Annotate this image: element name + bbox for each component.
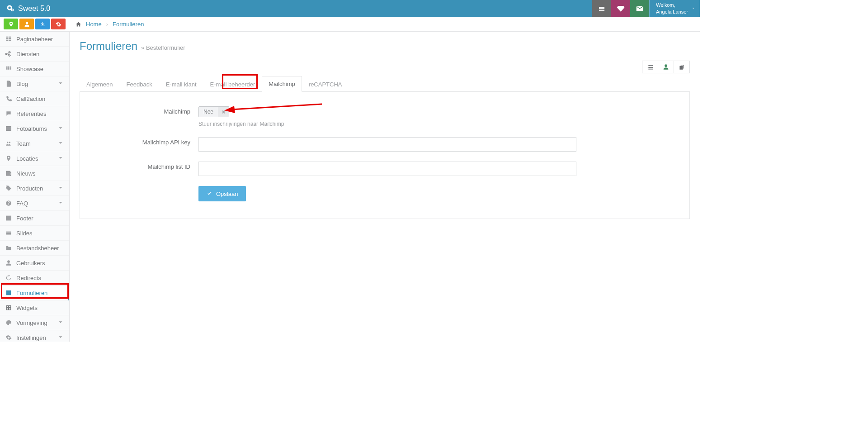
svg-rect-6 <box>6 216 11 220</box>
sidebar-item-label: Blog <box>16 81 28 87</box>
person-icon <box>5 260 12 266</box>
chevron-down-icon <box>57 334 64 342</box>
toggle-help: Stuur inschrijvingen naar Mailchimp <box>198 121 576 127</box>
sidebar-item-slides[interactable]: Slides <box>0 226 69 241</box>
mailchimp-toggle[interactable]: Nee <box>198 106 229 117</box>
save-button[interactable]: Opslaan <box>198 186 246 201</box>
image-icon <box>5 125 12 132</box>
chevron-down-icon <box>57 319 64 327</box>
chevron-down-icon <box>57 80 64 88</box>
svg-point-2 <box>9 52 11 53</box>
mail-icon <box>636 5 643 12</box>
sidebar-item-label: Producten <box>16 185 43 192</box>
quick-pill-user[interactable] <box>19 19 34 29</box>
svg-point-3 <box>9 55 11 56</box>
apikey-label: Mailchimp API key <box>94 137 198 146</box>
tab-panel: Mailchimp Nee Stuur inschrijvingen naar … <box>80 92 690 219</box>
sidebar-item-producten[interactable]: Producten <box>0 181 69 196</box>
quick-pill-download[interactable] <box>35 19 50 29</box>
svg-rect-4 <box>6 126 11 130</box>
tab-feedback[interactable]: Feedback <box>120 76 159 92</box>
toggle-off-icon <box>218 107 229 117</box>
tab-recaptcha[interactable]: reCAPTCHA <box>302 76 349 92</box>
sidebar-item-instellingen[interactable]: Instellingen <box>0 330 69 342</box>
top-button-2[interactable] <box>611 0 630 17</box>
chevron-down-icon <box>57 200 64 207</box>
view-user-button[interactable] <box>658 61 674 73</box>
sidebar-item-locaties[interactable]: Locaties <box>0 151 69 166</box>
sidebar-item-nieuws[interactable]: Nieuws <box>0 166 69 181</box>
sidebar-item-label: Fotoalbums <box>16 125 47 132</box>
sidebar-item-faq[interactable]: FAQ <box>0 196 69 211</box>
sidebar-item-label: Gebruikers <box>16 260 45 267</box>
breadcrumb-current[interactable]: Formulieren <box>113 21 144 28</box>
sidebar-item-referenties[interactable]: Referenties <box>0 106 69 121</box>
people-icon <box>5 140 12 147</box>
map-marker-icon <box>8 21 14 27</box>
tab-e-mail-klant[interactable]: E-mail klant <box>159 76 203 92</box>
page-title: Formulieren » Bestelformulier <box>80 40 690 52</box>
sidebar-item-label: Redirects <box>16 275 41 281</box>
cogs-icon <box>56 21 61 27</box>
sidebar-item-formulieren[interactable]: Formulieren <box>0 286 69 300</box>
sidebar-item-redirects[interactable]: Redirects <box>0 271 69 286</box>
tab-algemeen[interactable]: Algemeen <box>80 76 120 92</box>
svg-rect-5 <box>6 171 10 175</box>
phone-icon <box>5 95 12 102</box>
sidebar-item-diensten[interactable]: Diensten <box>0 47 69 62</box>
welcome-label: Welkom, <box>656 2 688 8</box>
sidebar-item-widgets[interactable]: Widgets <box>0 300 69 315</box>
view-copy-button[interactable] <box>674 61 690 73</box>
list-icon <box>647 64 654 71</box>
sidebar-item-label: Paginabeheer <box>16 36 53 43</box>
sidebar-item-showcase[interactable]: Showcase <box>0 62 69 76</box>
cog-icon <box>5 334 12 341</box>
toggle-label: Mailchimp <box>94 106 198 115</box>
news-icon <box>5 170 12 176</box>
copy-icon <box>679 64 685 70</box>
top-button-1[interactable] <box>592 0 611 17</box>
quick-pill-settings[interactable] <box>51 19 66 29</box>
sidebar-item-call2action[interactable]: Call2action <box>0 91 69 106</box>
listid-input[interactable] <box>198 162 576 176</box>
sidebar-item-bestandsbeheer[interactable]: Bestandsbeheer <box>0 241 69 256</box>
folder-icon <box>5 245 12 251</box>
sidebar-item-label: Widgets <box>16 305 38 311</box>
topbar: Sweet 5.0 Welkom, Angela Lanser <box>0 0 700 17</box>
field-toggle: Mailchimp Nee Stuur inschrijvingen naar … <box>94 106 675 127</box>
user-menu[interactable]: Welkom, Angela Lanser <box>649 0 700 17</box>
apikey-input[interactable] <box>198 137 576 152</box>
tabs: AlgemeenFeedbackE-mail klantE-mail behee… <box>80 76 690 92</box>
sidebar-item-blog[interactable]: Blog <box>0 76 69 91</box>
sidebar-item-label: Vormgeving <box>16 319 47 326</box>
sidebar-item-team[interactable]: Team <box>0 136 69 151</box>
sidebar-item-footer[interactable]: Footer <box>0 211 69 226</box>
widget-icon <box>5 305 12 311</box>
sidebar-item-fotoalbums[interactable]: Fotoalbums <box>0 121 69 136</box>
diamond-icon <box>617 5 625 13</box>
sidebar-item-label: Instellingen <box>16 334 46 341</box>
breadcrumb-home[interactable]: Home <box>86 21 102 28</box>
sidebar: PaginabeheerDienstenShowcaseBlogCall2act… <box>0 32 70 342</box>
redirect-icon <box>5 275 12 281</box>
svg-point-1 <box>6 53 8 55</box>
tab-e-mail-beheerder[interactable]: E-mail beheerder <box>203 76 262 92</box>
chevron-down-icon <box>57 185 64 192</box>
cogs-icon <box>6 5 14 13</box>
quick-pill-location[interactable] <box>4 19 18 29</box>
page-title-main: Formulieren <box>80 40 137 52</box>
sidebar-item-label: Footer <box>16 215 33 222</box>
sidebar-item-label: Slides <box>16 230 32 237</box>
apps-icon <box>5 66 12 72</box>
listid-label: Mailchimp list ID <box>94 162 198 170</box>
sidebar-item-paginabeheer[interactable]: Paginabeheer <box>0 32 69 47</box>
sidebar-item-gebruikers[interactable]: Gebruikers <box>0 256 69 271</box>
sidebar-item-label: Bestandsbeheer <box>16 245 59 252</box>
tab-mailchimp[interactable]: Mailchimp <box>262 76 302 92</box>
caret-down-icon <box>691 5 695 11</box>
sidebar-item-vormgeving[interactable]: Vormgeving <box>0 315 69 330</box>
sidebar-item-label: Referenties <box>16 110 46 117</box>
view-list-button[interactable] <box>642 61 658 73</box>
top-button-3[interactable] <box>630 0 649 17</box>
page-title-sub: » Bestelformulier <box>141 44 185 51</box>
